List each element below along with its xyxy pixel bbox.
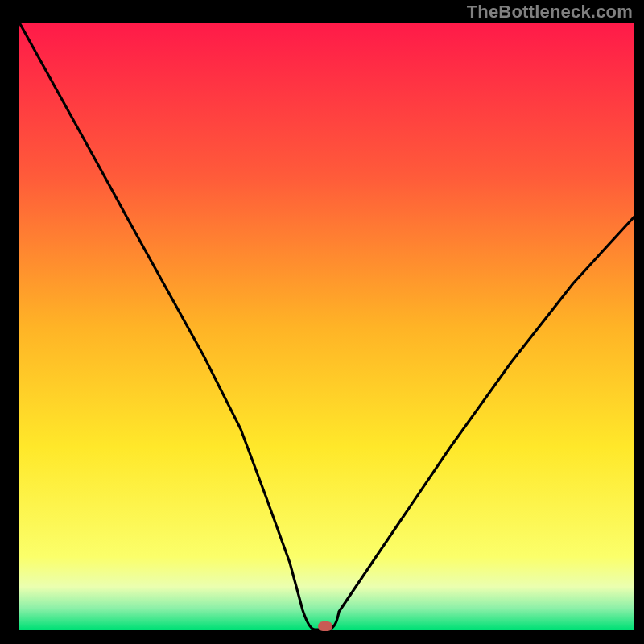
heatmap-background: [19, 23, 634, 630]
optimal-marker: [318, 621, 332, 631]
bottleneck-chart: [0, 0, 644, 644]
chart-frame: TheBottleneck.com: [0, 0, 644, 644]
